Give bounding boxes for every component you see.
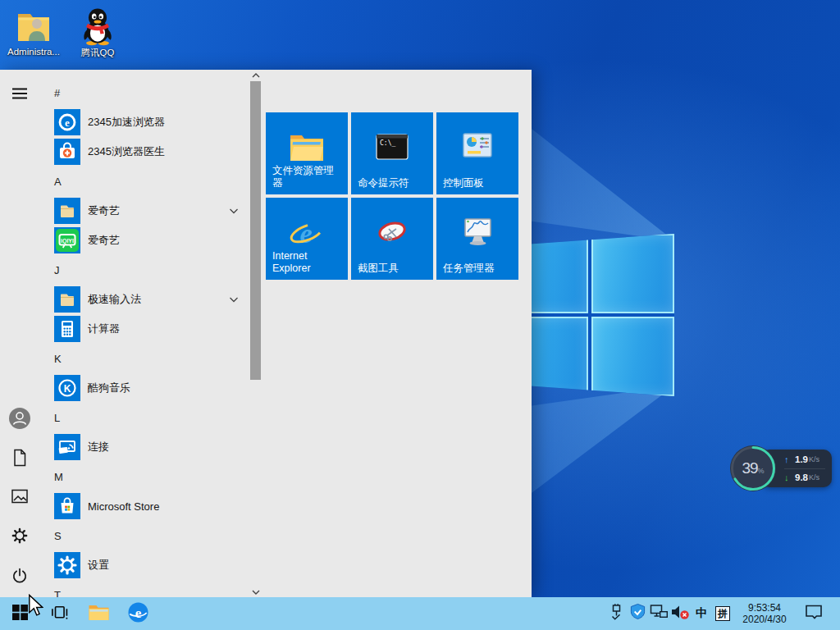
file-explorer-icon	[288, 130, 326, 167]
sidebar-pictures-button[interactable]	[0, 478, 39, 518]
e2345-icon: e	[54, 109, 80, 135]
gear-tile-icon	[54, 552, 80, 578]
action-center-button[interactable]	[796, 597, 832, 630]
sidebar-power-button[interactable]	[0, 558, 39, 597]
connect-icon	[54, 434, 80, 460]
scrollbar-down-arrow[interactable]	[250, 587, 261, 597]
taskbar-task-view-button[interactable]	[39, 597, 79, 630]
app-list-item[interactable]: Microsoft Store	[39, 491, 244, 521]
sidebar-user-button[interactable]	[0, 400, 39, 440]
scrollbar-up-arrow[interactable]	[250, 70, 261, 80]
admin-folder-icon	[14, 7, 53, 46]
svg-text:C:\_: C:\_	[380, 139, 395, 147]
app-label: 2345浏览器医生	[88, 144, 165, 159]
app-list-item[interactable]: K酷狗音乐	[39, 373, 244, 403]
taskbar: e 中拼9:53:542020/4/30	[0, 597, 840, 630]
logo-pane	[591, 317, 674, 396]
memory-percent-circle[interactable]: 39 %	[728, 444, 778, 493]
tray-ime-lang[interactable]: 中	[691, 597, 712, 630]
tray-ime-lang-label: 中	[696, 606, 707, 621]
taskbar-start-button[interactable]	[0, 597, 39, 630]
app-section-header[interactable]: K	[39, 344, 244, 373]
user-icon	[8, 407, 31, 433]
memory-percent-value: 39	[742, 459, 757, 477]
start-tile[interactable]: C:\_命令提示符	[351, 112, 433, 194]
scrollbar-thumb[interactable]	[250, 81, 261, 380]
desktop-icon-label: Administra...	[7, 47, 60, 57]
tile-label: 文件资源管理器	[272, 165, 343, 190]
desktop-icon-administrator[interactable]: Administra...	[5, 7, 62, 57]
svg-text:e: e	[135, 605, 141, 620]
tray-ime-mode[interactable]: 拼	[712, 597, 733, 630]
app-section-label: K	[54, 353, 62, 365]
tile-label: 控制面板	[443, 177, 514, 190]
tray-volume-muted[interactable]	[669, 597, 691, 630]
start-tile[interactable]: eInternet Explorer	[266, 198, 348, 280]
app-section-header[interactable]: T	[39, 580, 244, 597]
start-tile[interactable]: 控制面板	[436, 112, 518, 194]
app-list-item[interactable]: e2345加速浏览器	[39, 107, 244, 137]
sidebar-menu-button[interactable]	[0, 75, 39, 115]
e-browser-icon: e	[127, 601, 149, 627]
tray-network[interactable]	[648, 597, 669, 630]
download-speed-unit: K/s	[809, 473, 819, 482]
app-list-item[interactable]: 计算器	[39, 314, 244, 344]
gear-icon	[9, 525, 30, 550]
app-list-item[interactable]: 连接	[39, 432, 244, 462]
snip-icon	[373, 216, 411, 252]
app-label: 计算器	[88, 322, 120, 336]
folder-taskbar-icon	[88, 603, 110, 625]
svg-text:K: K	[64, 383, 71, 395]
app-list-item[interactable]: 2345浏览器医生	[39, 137, 244, 167]
app-label: 酷狗音乐	[88, 381, 130, 395]
qq-icon	[78, 7, 117, 46]
sidebar-settings-button[interactable]	[0, 518, 39, 557]
start-tiles: 文件资源管理器C:\_命令提示符控制面板eInternet Explorer截图…	[266, 112, 518, 280]
app-section-header[interactable]: M	[39, 462, 244, 491]
desktop-icon-label: 腾讯QQ	[81, 47, 115, 59]
taskbar-clock[interactable]: 9:53:542020/4/30	[733, 597, 796, 630]
calculator-icon	[54, 316, 80, 342]
pictures-icon	[10, 486, 30, 509]
network-icon	[650, 604, 669, 624]
usb-icon	[607, 603, 625, 625]
power-icon	[10, 566, 30, 589]
medkit-icon	[54, 139, 80, 165]
app-section-header[interactable]: J	[39, 255, 244, 285]
app-section-header[interactable]: L	[39, 403, 244, 432]
sidebar-documents-button[interactable]	[0, 440, 39, 479]
tray-usb[interactable]	[605, 597, 627, 630]
app-list-item[interactable]: 极速输入法	[39, 285, 244, 314]
app-list-item[interactable]: 爱奇艺	[39, 196, 244, 226]
tray-ime-mode-label: 拼	[715, 606, 730, 621]
app-section-label: J	[54, 264, 60, 276]
app-list-item[interactable]: 设置	[39, 550, 244, 580]
app-section-header[interactable]: S	[39, 521, 244, 550]
upload-speed-unit: K/s	[809, 455, 819, 463]
start-tile[interactable]: 文件资源管理器	[266, 112, 348, 194]
app-label: 2345加速浏览器	[88, 115, 165, 130]
app-section-header[interactable]: #	[39, 78, 244, 107]
app-section-header[interactable]: A	[39, 167, 244, 196]
app-label: 极速输入法	[88, 292, 141, 307]
store-icon	[54, 493, 80, 519]
taskbar-file-explorer-button[interactable]	[79, 597, 118, 630]
net-speed-widget[interactable]: ↑ 1.9 K/s ↓ 9.8 K/s 39 %	[728, 444, 832, 493]
tile-label: 任务管理器	[443, 262, 514, 276]
scrollbar[interactable]	[250, 70, 261, 597]
svg-text:e: e	[65, 116, 70, 129]
document-icon	[10, 448, 30, 471]
action-center-icon	[804, 603, 824, 624]
start-menu-sidebar	[0, 70, 39, 597]
tray-security[interactable]	[627, 597, 648, 630]
start-tile[interactable]: 任务管理器	[436, 198, 518, 280]
taskbar-browser-button[interactable]: e	[118, 597, 158, 630]
cmd-icon: C:\_	[373, 130, 411, 167]
chevron-down-icon[interactable]	[228, 205, 240, 217]
start-tile[interactable]: 截图工具	[351, 198, 433, 280]
app-list-item[interactable]: iQIYI爱奇艺	[39, 226, 244, 255]
app-section-label: A	[54, 176, 62, 188]
download-speed-row: ↓ 9.8 K/s	[784, 469, 832, 486]
desktop-icon-qq[interactable]: 腾讯QQ	[72, 7, 123, 59]
chevron-down-icon[interactable]	[228, 294, 240, 305]
